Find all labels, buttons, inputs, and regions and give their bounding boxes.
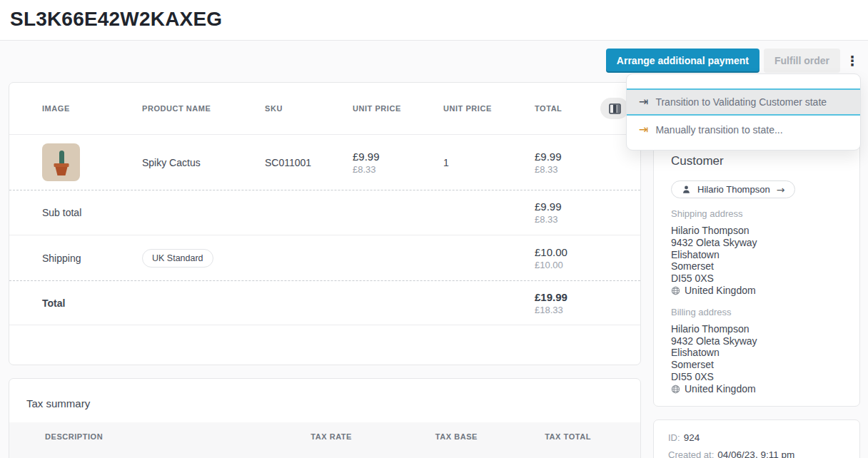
arrow-right-icon: → [777,184,785,195]
column-header-unit-price: UNIT PRICE [353,104,443,113]
created-at-row: Created at: 04/06/23, 9:11 pm [668,449,845,458]
order-id-label: ID: [668,432,680,443]
tax-summary-title: Tax summary [9,379,640,409]
created-at-value: 04/06/23, 9:11 pm [717,449,794,458]
shipping-address: Hilario Thompson 9432 Oleta Skyway Elish… [671,225,842,297]
column-header-unit-price-2: UNIT PRICE [443,104,535,113]
order-table-header: IMAGE PRODUCT NAME SKU UNIT PRICE UNIT P… [9,83,640,134]
tax-column-total: TAX TOTAL [478,432,591,441]
tax-column-rate: TAX RATE [281,432,352,441]
unit-price-cell: £9.99 £8.33 [353,151,443,175]
shipping-country: United Kingdom [685,285,756,297]
billing-address: Hilario Thompson 9432 Oleta Skyway Elish… [671,323,842,395]
columns-icon [609,103,621,114]
subtotal-value: £9.99 £8.33 [535,200,632,225]
order-id-value: 924 [684,432,700,443]
shipping-row: Shipping UK Standard £10.00 £10.00 [9,235,640,281]
product-name: Spiky Cactus [142,157,265,168]
page-title: SL3K66E42W2KAXEG [10,8,222,31]
tax-summary-card: Tax summary DESCRIPTION TAX RATE TAX BAS… [9,378,641,458]
customer-link-pill[interactable]: Hilario Thompson → [671,180,795,198]
menu-item-manually-transition[interactable]: ⇥ Manually transition to state... [627,116,860,144]
order-actions: Arrange additional payment Fulfill order… [606,49,860,73]
order-summary-card: IMAGE PRODUCT NAME SKU UNIT PRICE UNIT P… [9,82,641,365]
person-icon [682,185,691,194]
fulfill-order-button[interactable]: Fulfill order [764,49,840,73]
state-transition-dropdown: ⇥ Transition to Validating Customer stat… [626,73,861,151]
tax-table-header: DESCRIPTION TAX RATE TAX BASE TAX TOTAL [9,422,640,458]
shipping-address-label: Shipping address [671,208,842,219]
billing-address-label: Billing address [671,307,842,317]
line-item-row: Spiky Cactus SC011001 £9.99 £8.33 1 £9.9… [9,134,640,190]
billing-country: United Kingdom [685,383,756,395]
total-row: Total £19.99 £18.33 [9,281,640,325]
created-at-label: Created at: [668,449,714,458]
top-header-bar: SL3K66E42W2KAXEG [0,0,868,41]
subtotal-label: Sub total [42,207,265,218]
product-sku: SC011001 [265,157,353,168]
transition-to-state-icon: ⇥ [639,96,648,108]
customer-section-title: Customer [671,154,842,168]
order-meta-card: ID: 924 Created at: 04/06/23, 9:11 pm [653,419,860,458]
quantity-cell: 1 [443,157,535,168]
kebab-menu-icon[interactable]: ⋮ [844,49,860,73]
customer-name: Hilario Thompson [697,184,770,195]
column-header-image: IMAGE [42,104,142,113]
column-header-sku: SKU [265,104,353,113]
tax-column-description: DESCRIPTION [45,432,281,441]
columns-toggle-button[interactable] [600,98,629,119]
arrange-additional-payment-button[interactable]: Arrange additional payment [606,49,760,73]
total-value: £19.99 £18.33 [535,291,632,315]
transition-to-state-icon: ⇥ [639,124,648,136]
globe-icon [671,385,680,394]
shipping-method-badge: UK Standard [142,249,213,268]
shipping-value: £10.00 £10.00 [535,246,632,270]
order-id-row: ID: 924 [668,432,845,443]
globe-icon [671,286,680,295]
menu-item-transition-validating-customer[interactable]: ⇥ Transition to Validating Customer stat… [627,88,860,116]
line-total-cell: £9.99 £8.33 [535,151,632,175]
product-thumbnail-cactus-image [42,143,80,181]
tax-column-base: TAX BASE [352,432,478,441]
customer-card: Customer Hilario Thompson → Shipping add… [653,138,860,407]
shipping-label: Shipping [42,253,142,264]
column-header-product-name: PRODUCT NAME [142,104,265,113]
subtotal-row: Sub total £9.99 £8.33 [9,190,640,235]
total-label: Total [42,297,265,309]
